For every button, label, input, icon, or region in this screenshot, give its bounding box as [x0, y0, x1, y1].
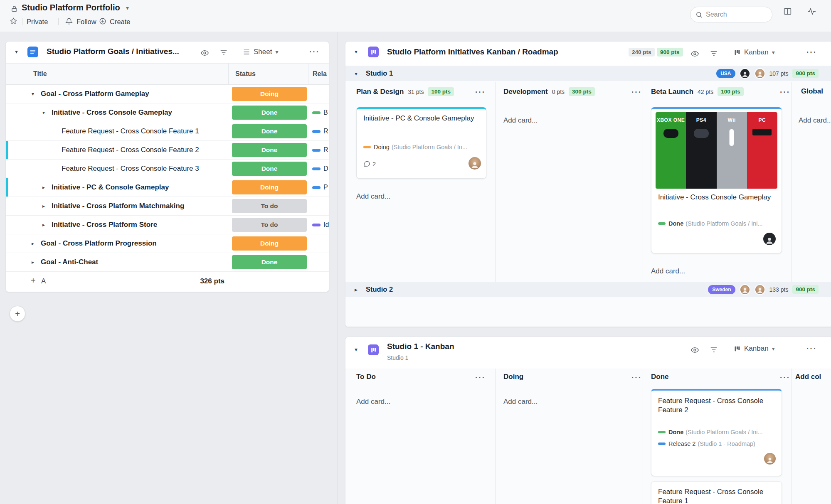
portfolio-caret-icon[interactable]: ▾	[126, 5, 129, 11]
avatar[interactable]	[740, 284, 750, 295]
filter-icon[interactable]	[219, 49, 228, 57]
create-button[interactable]: Create	[110, 18, 131, 26]
column-menu-button[interactable]: ···	[780, 374, 790, 381]
row-expand-caret[interactable]: ▸	[42, 222, 45, 228]
comment-count[interactable]: 2	[363, 160, 376, 167]
column-header-status[interactable]: Status	[235, 70, 256, 78]
table-row[interactable]: Feature Request - Cross Console Feature …	[6, 141, 329, 160]
status-pill[interactable]: To do	[232, 199, 307, 213]
status-pill[interactable]: Done	[232, 255, 307, 269]
row-expand-caret[interactable]: ▾	[42, 110, 45, 116]
add-card-button[interactable]: Add card...	[799, 116, 831, 125]
add-view-button[interactable]: +	[10, 306, 25, 322]
column-header-global[interactable]: Global	[801, 87, 823, 96]
avatar[interactable]	[755, 284, 765, 295]
status-pill[interactable]: Doing	[232, 236, 307, 251]
row-expand-caret[interactable]: ▸	[32, 241, 34, 246]
portfolio-title[interactable]: Studio Platform Portfolio	[22, 3, 120, 12]
search-input[interactable]	[706, 11, 760, 18]
avatar[interactable]	[755, 68, 765, 79]
table-row[interactable]: ▸ Initiative - Cross Platform Matchmakin…	[6, 197, 329, 216]
activity-icon[interactable]	[807, 7, 816, 16]
column-header-development[interactable]: Development 0 pts 300 pts	[503, 87, 595, 96]
kanban-card-pc-console-gameplay[interactable]: Initiative - PC & Console Gameplay Doing…	[356, 107, 486, 179]
avatar[interactable]	[763, 452, 777, 465]
add-card-button[interactable]: Add card...	[503, 398, 538, 406]
table-row[interactable]: ▸ Initiative - Cross Platform Store To d…	[6, 216, 329, 234]
avatar[interactable]	[468, 156, 482, 170]
kanban-card-cross-console-gameplay[interactable]: XBOX ONE PS4 Wii PC Initiative - Cross C…	[651, 107, 782, 253]
status-pill[interactable]: Doing	[232, 180, 307, 194]
add-card-button[interactable]: Add card...	[356, 398, 390, 406]
panel-collapse-caret[interactable]: ▾	[355, 346, 358, 353]
column-menu-button[interactable]: ···	[475, 374, 486, 381]
status-pill[interactable]: Done	[232, 106, 307, 120]
related-cell[interactable]: B	[312, 103, 329, 122]
studio-kanban-title[interactable]: Studio 1 - Kanban	[387, 342, 454, 351]
column-menu-button[interactable]: ···	[780, 88, 790, 96]
column-header-related[interactable]: Rela	[313, 70, 327, 78]
view-switcher[interactable]: Sheet ▾	[243, 48, 278, 56]
add-card-button[interactable]: Add card...	[651, 267, 685, 275]
table-row[interactable]: ▾ Initiative - Cross Console Gameplay Do…	[6, 103, 329, 122]
plus-circle-icon[interactable]	[99, 17, 106, 25]
row-expand-caret[interactable]: ▾	[32, 91, 34, 97]
column-menu-button[interactable]: ···	[631, 374, 642, 381]
row-expand-caret[interactable]: ▸	[32, 259, 34, 265]
related-cell[interactable]: R	[312, 141, 329, 159]
bell-icon[interactable]	[65, 17, 73, 25]
roadmap-panel-title[interactable]: Studio Platform Initiatives Kanban / Roa…	[387, 47, 558, 57]
column-header-beta-launch[interactable]: Beta Launch 42 pts 100 pts	[651, 87, 744, 96]
row-expand-caret[interactable]: ▸	[42, 184, 45, 190]
avatar[interactable]	[762, 232, 777, 246]
eye-icon[interactable]	[690, 346, 699, 354]
privacy-button[interactable]: Private	[27, 18, 48, 26]
column-header-plan-design[interactable]: Plan & Design 31 pts 100 pts	[356, 87, 454, 96]
add-card-button[interactable]: Add card...	[503, 116, 538, 125]
column-header-todo[interactable]: To Do	[356, 373, 376, 381]
add-row[interactable]: + A 326 pts	[6, 272, 329, 292]
column-menu-button[interactable]: ···	[475, 88, 486, 96]
row-expand-caret[interactable]: ▸	[42, 203, 45, 209]
group-row-studio-2[interactable]: ▸ Studio 2 Sweden 133 pts 900 pts	[345, 282, 831, 297]
column-header-done[interactable]: Done	[651, 373, 669, 381]
add-card-button[interactable]: Add card...	[356, 192, 390, 201]
table-row[interactable]: ▸ Goal - Anti-Cheat Done	[6, 253, 329, 272]
panel-menu-button[interactable]: ···	[806, 344, 817, 352]
panel-menu-button[interactable]: ···	[806, 48, 817, 56]
group-collapse-caret[interactable]: ▾	[355, 70, 358, 77]
filter-icon[interactable]	[710, 49, 718, 58]
kanban-card-feature-1[interactable]: Feature Request - Cross Console Feature …	[651, 481, 782, 504]
add-column-button[interactable]: Add col	[795, 373, 821, 381]
panel-menu-button[interactable]: ···	[309, 48, 320, 56]
table-row[interactable]: Feature Request - Cross Console Feature …	[6, 122, 329, 141]
sheet-panel-title[interactable]: Studio Platform Goals / Initiatives...	[47, 47, 179, 56]
related-cell[interactable]: P	[312, 178, 329, 197]
filter-icon[interactable]	[710, 346, 718, 354]
status-pill[interactable]: To do	[232, 218, 307, 232]
column-menu-button[interactable]: ···	[631, 88, 642, 96]
related-cell[interactable]: R	[312, 122, 329, 140]
kanban-card-feature-2[interactable]: Feature Request - Cross Console Feature …	[651, 389, 782, 476]
status-pill[interactable]: Done	[232, 143, 307, 157]
eye-icon[interactable]	[200, 49, 209, 57]
status-pill[interactable]: Done	[232, 124, 307, 138]
group-collapse-caret[interactable]: ▸	[355, 286, 358, 293]
workspace-divider[interactable]	[338, 32, 338, 504]
eye-icon[interactable]	[690, 49, 699, 58]
table-row[interactable]: ▾ Goal - Cross Platform Gameplay Doing	[6, 85, 329, 103]
table-row[interactable]: Feature Request - Cross Console Feature …	[6, 160, 329, 178]
table-row[interactable]: ▸ Goal - Cross Platform Progression Doin…	[6, 234, 329, 253]
follow-button[interactable]: Follow	[76, 18, 96, 26]
group-row-studio-1[interactable]: ▾ Studio 1 USA 107 pts 900 pts	[345, 66, 831, 81]
column-header-doing[interactable]: Doing	[503, 373, 523, 381]
related-cell[interactable]: D	[312, 160, 329, 178]
panel-collapse-caret[interactable]: ▾	[355, 48, 358, 55]
add-row-plus-icon[interactable]: +	[31, 276, 36, 285]
related-cell[interactable]: Id	[312, 216, 329, 234]
status-pill[interactable]: Doing	[232, 87, 307, 101]
view-switcher[interactable]: Kanban ▾	[734, 48, 775, 57]
avatar[interactable]	[740, 68, 750, 79]
panel-collapse-caret[interactable]: ▾	[15, 48, 18, 55]
column-header-title[interactable]: Title	[33, 70, 47, 78]
